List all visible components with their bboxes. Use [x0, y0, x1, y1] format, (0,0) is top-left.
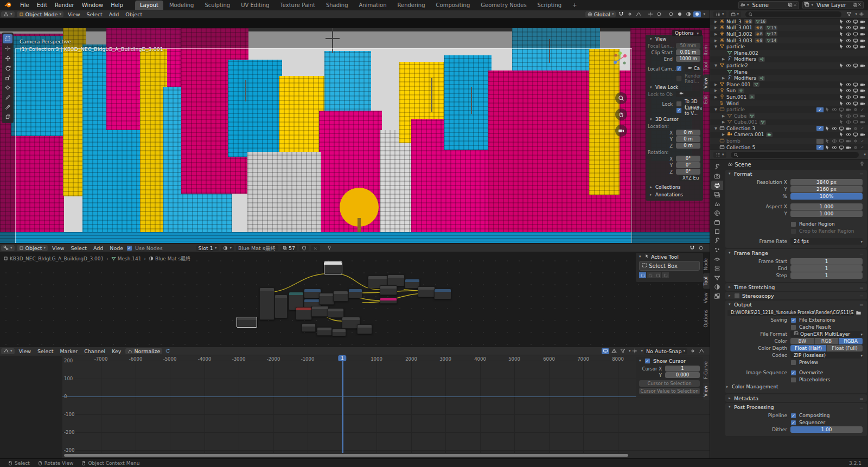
- workspace-tab-compositing[interactable]: Compositing: [431, 1, 475, 10]
- outliner-row-modifiers[interactable]: ▶Modifiers: [710, 75, 868, 81]
- outliner-row-modifiers[interactable]: ▶Modifiers: [710, 56, 868, 63]
- panel-header-view[interactable]: ▾View: [647, 36, 702, 42]
- graph-sidebar-tab-view[interactable]: View: [703, 382, 710, 400]
- expand-icon[interactable]: ▶: [714, 95, 719, 99]
- properties-tab-particles[interactable]: [711, 245, 723, 254]
- segment-bw[interactable]: BW: [790, 338, 815, 344]
- expand-icon[interactable]: ▶: [714, 82, 719, 87]
- segment-float-half-[interactable]: Float (Half): [790, 345, 827, 351]
- checkbox-cache-result[interactable]: [790, 324, 796, 330]
- shader-sidebar-tab-view[interactable]: View: [703, 289, 710, 306]
- shader-sidebar-tab-options[interactable]: Options: [703, 306, 710, 331]
- pin-icon[interactable]: [859, 161, 865, 168]
- viewport-visibility-icon[interactable]: [853, 94, 858, 100]
- select-mode-0[interactable]: [639, 272, 647, 278]
- folder-icon[interactable]: [856, 310, 861, 316]
- viewport-visibility-icon[interactable]: [853, 82, 858, 87]
- render-visibility-icon[interactable]: [860, 25, 865, 30]
- tool-move[interactable]: [3, 54, 12, 63]
- selectable-icon[interactable]: [839, 132, 844, 137]
- properties-search-input[interactable]: [731, 152, 859, 158]
- show-gizmo-icon[interactable]: [647, 11, 654, 17]
- select-box-tool[interactable]: Select Box: [639, 261, 700, 271]
- render-visibility-icon[interactable]: [860, 31, 865, 37]
- workspace-tab-geometry-nodes[interactable]: Geometry Nodes: [476, 1, 531, 10]
- value-field[interactable]: 0 m: [676, 143, 700, 149]
- expand-icon[interactable]: ▼: [714, 63, 719, 68]
- tool-select-box[interactable]: [3, 34, 12, 43]
- value-field[interactable]: 1.000: [790, 203, 863, 210]
- outliner-row-camera-001[interactable]: ▶Camera.001: [710, 132, 868, 138]
- select-mode-3[interactable]: [662, 272, 669, 278]
- workspace-tab-animation[interactable]: Animation: [354, 1, 392, 10]
- render-visibility-icon[interactable]: [860, 113, 865, 119]
- hide-icon[interactable]: [846, 31, 851, 37]
- outliner-row-cube-001[interactable]: ▶Cube.001: [710, 119, 868, 126]
- value-field[interactable]: 1: [790, 272, 863, 279]
- selectable-icon[interactable]: [839, 94, 844, 100]
- display-mode-dropdown[interactable]: ▾: [713, 11, 726, 17]
- editor-type-button[interactable]: ▾: [1, 11, 15, 17]
- expand-icon[interactable]: ▶: [722, 132, 727, 137]
- panel-header-collections[interactable]: ▸Collections: [647, 184, 702, 190]
- holdout-icon[interactable]: [853, 138, 858, 144]
- viewport-menu-view[interactable]: View: [65, 11, 84, 17]
- value-field[interactable]: 1000 m: [676, 56, 700, 62]
- selectable-icon[interactable]: [839, 63, 844, 68]
- shader-node[interactable]: [296, 307, 312, 320]
- auto-snap-dropdown[interactable]: No Auto-Snap▾: [644, 348, 687, 354]
- hide-icon[interactable]: [846, 88, 851, 93]
- transform-orientation-dropdown[interactable]: Global▾: [585, 11, 616, 17]
- mode-dropdown[interactable]: Object Mode▾: [17, 11, 63, 17]
- value-field[interactable]: 100%: [790, 193, 863, 200]
- tool-measure[interactable]: [3, 103, 12, 112]
- dropdown-file-format[interactable]: OpenEXR MultiLayer▾: [790, 331, 863, 337]
- viewport-visibility-icon[interactable]: [853, 31, 858, 37]
- graph-menu-view[interactable]: View: [16, 348, 35, 354]
- shader-node[interactable]: [387, 274, 405, 286]
- workspace-tab-uv-editing[interactable]: UV Editing: [236, 1, 274, 10]
- menu-window[interactable]: Window: [78, 2, 107, 8]
- value-field[interactable]: 1.00: [790, 426, 863, 433]
- hide-icon[interactable]: [832, 126, 837, 131]
- segment-rgba[interactable]: RGBA: [839, 338, 863, 344]
- pivot-icon[interactable]: [631, 348, 639, 354]
- panel-header-stereoscopy[interactable]: ▸Stereoscopy=: [725, 292, 867, 299]
- hide-icon[interactable]: [846, 119, 851, 125]
- viewport-canvas[interactable]: Camera Perspective (1) Collection 3 | KB…: [0, 28, 710, 253]
- outliner-row-particle[interactable]: ▼particle: [710, 43, 868, 50]
- shader-node[interactable]: [434, 289, 451, 299]
- selectable-icon[interactable]: [825, 145, 830, 150]
- expand-icon[interactable]: ▼: [714, 126, 719, 131]
- render-visibility-icon[interactable]: [860, 88, 865, 93]
- navigation-gizmo[interactable]: [612, 51, 628, 67]
- hide-icon[interactable]: [846, 19, 851, 24]
- render-visibility-icon[interactable]: [860, 19, 865, 24]
- tool-annotate[interactable]: [3, 93, 12, 102]
- panel-header-format[interactable]: ▾Format=: [725, 170, 867, 177]
- expand-icon[interactable]: ▶: [714, 20, 719, 24]
- hide-icon[interactable]: [846, 44, 851, 49]
- properties-tab-wrench[interactable]: [711, 236, 723, 245]
- graph-menu-select[interactable]: Select: [34, 348, 56, 354]
- tool-add-cube[interactable]: [3, 112, 12, 121]
- selectable-icon[interactable]: [825, 138, 830, 144]
- checkbox-compositing[interactable]: ✓: [790, 413, 796, 419]
- viewport-visibility-icon[interactable]: [839, 107, 844, 112]
- selectable-icon[interactable]: [839, 25, 844, 30]
- properties-tab-constraint[interactable]: [711, 264, 723, 273]
- current-frame-badge[interactable]: 1: [338, 355, 346, 361]
- pin-icon[interactable]: [859, 161, 865, 167]
- checkbox-render-region[interactable]: [790, 221, 796, 227]
- collection-exclude-checkbox[interactable]: ✓: [816, 144, 824, 150]
- hide-icon[interactable]: [846, 101, 851, 106]
- graph-menu-channel[interactable]: Channel: [81, 348, 108, 354]
- shading-material-icon[interactable]: [685, 11, 692, 17]
- expand-icon[interactable]: ▶: [714, 25, 719, 30]
- render-visibility-icon[interactable]: [860, 82, 865, 87]
- hide-icon[interactable]: [832, 107, 837, 112]
- add-workspace-button[interactable]: +: [567, 1, 582, 10]
- collection-exclude-checkbox[interactable]: ✓: [816, 107, 824, 113]
- viewport-visibility-icon[interactable]: [839, 145, 844, 150]
- properties-filter-dropdown[interactable]: ▾: [713, 152, 726, 158]
